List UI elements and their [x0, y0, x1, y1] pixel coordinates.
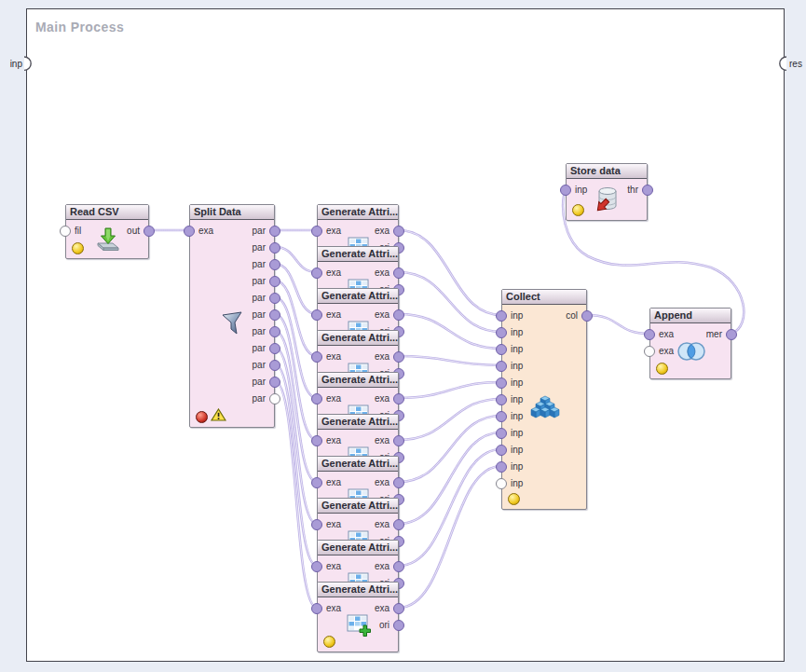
- port-generate_attributes_1-out-0-exa[interactable]: [393, 226, 404, 237]
- port-split_data-out-5-par[interactable]: [269, 309, 280, 321]
- port-generate_attributes_7-out-0-exa[interactable]: [393, 477, 404, 488]
- port-generate_attributes_2-out-0-exa[interactable]: [393, 267, 404, 279]
- port-generate_attributes_9-in-0-exa[interactable]: [311, 561, 322, 572]
- operator-layer: Read CSVfiloutSplit Dataexaparparparparp…: [0, 0, 806, 672]
- port-label: fil: [75, 226, 81, 237]
- port-collect-in-0-inp[interactable]: [496, 310, 507, 322]
- port-store_data-out-0-thr[interactable]: [642, 185, 653, 196]
- operator-title: Generate Attri...: [318, 331, 398, 346]
- port-generate_attributes_5-out-0-exa[interactable]: [393, 393, 404, 405]
- port-read_csv-in-0-fil[interactable]: [60, 226, 71, 237]
- port-generate_attributes_3-in-0-exa[interactable]: [311, 309, 322, 321]
- port-collect-in-3-inp[interactable]: [496, 361, 507, 372]
- port-label: inp: [511, 327, 523, 338]
- port-generate_attributes_10-out-1-ori[interactable]: [393, 620, 404, 631]
- port-split_data-out-3-par[interactable]: [269, 276, 280, 287]
- port-label: exa: [326, 351, 341, 363]
- port-label: exa: [326, 603, 341, 614]
- status-led-ok: [656, 363, 668, 375]
- port-collect-in-10-inp[interactable]: [496, 478, 507, 489]
- port-label: mer: [706, 329, 722, 340]
- port-generate_attributes_1-in-0-exa[interactable]: [311, 226, 322, 237]
- port-split_data-in-0-exa[interactable]: [184, 226, 195, 237]
- port-generate_attributes_6-in-0-exa[interactable]: [311, 435, 322, 446]
- operator-title: Append: [650, 309, 731, 323]
- port-label: inp: [511, 361, 523, 372]
- port-generate_attributes_3-out-0-exa[interactable]: [393, 309, 404, 321]
- status-led-ok: [508, 493, 520, 505]
- operator-title: Generate Attri...: [318, 499, 398, 514]
- port-label: inp: [511, 310, 523, 322]
- port-split_data-out-7-par[interactable]: [269, 343, 280, 354]
- port-split_data-out-1-par[interactable]: [269, 242, 280, 254]
- port-append-in-0-exa[interactable]: [644, 329, 655, 340]
- port-collect-in-7-inp[interactable]: [496, 428, 507, 439]
- port-split_data-out-4-par[interactable]: [269, 293, 280, 304]
- port-split_data-out-2-par[interactable]: [269, 259, 280, 270]
- port-label: inp: [511, 377, 523, 389]
- port-label: exa: [326, 267, 341, 279]
- port-generate_attributes_8-in-0-exa[interactable]: [311, 519, 322, 530]
- operator-append[interactable]: Appendexaexamer: [649, 308, 731, 379]
- port-generate_attributes_9-out-0-exa[interactable]: [393, 561, 404, 572]
- process-editor-window: Main Process Read CSVfiloutSplit Dataexa…: [0, 0, 806, 672]
- port-label: exa: [375, 393, 389, 405]
- port-label: inp: [511, 428, 523, 439]
- port-read_csv-out-0-out[interactable]: [143, 226, 155, 237]
- port-label: ori: [379, 620, 389, 631]
- port-collect-in-9-inp[interactable]: [496, 461, 507, 473]
- port-split_data-out-6-par[interactable]: [269, 326, 280, 337]
- port-label: par: [253, 377, 266, 388]
- port-generate_attributes_2-in-0-exa[interactable]: [311, 267, 322, 279]
- port-generate_attributes_4-out-0-exa[interactable]: [393, 351, 404, 363]
- port-generate_attributes_8-out-0-exa[interactable]: [393, 519, 404, 530]
- port-generate_attributes_10-out-0-exa[interactable]: [393, 603, 404, 614]
- operator-title: Generate Attri...: [318, 289, 398, 304]
- port-label: exa: [659, 346, 674, 357]
- port-label: inp: [511, 411, 523, 422]
- port-collect-in-2-inp[interactable]: [496, 344, 507, 355]
- port-split_data-out-0-par[interactable]: [269, 226, 280, 237]
- port-split_data-out-10-par[interactable]: [269, 393, 280, 405]
- port-collect-in-8-inp[interactable]: [496, 445, 507, 456]
- port-label: out: [127, 226, 140, 237]
- operator-split_data[interactable]: Split Dataexaparparparparparparparparpar…: [189, 204, 275, 428]
- canvas-result-port-label: res: [789, 59, 802, 69]
- port-label: thr: [627, 185, 638, 196]
- port-label: par: [253, 293, 266, 304]
- operator-title: Store data: [567, 164, 647, 179]
- port-generate_attributes_7-in-0-exa[interactable]: [311, 477, 322, 488]
- port-label: inp: [511, 394, 523, 405]
- port-generate_attributes_10-in-0-exa[interactable]: [311, 603, 322, 614]
- port-generate_attributes_5-in-0-exa[interactable]: [311, 393, 322, 405]
- operator-collect[interactable]: Collectinpinpinpinpinpinpinpinpinpinpinp…: [501, 289, 587, 510]
- port-collect-in-6-inp[interactable]: [496, 411, 507, 422]
- port-label: exa: [375, 561, 389, 572]
- port-label: exa: [375, 603, 389, 614]
- port-label: par: [253, 360, 266, 371]
- operator-title: Generate Attri...: [318, 583, 398, 597]
- port-split_data-out-9-par[interactable]: [269, 377, 280, 388]
- port-collect-in-5-inp[interactable]: [496, 394, 507, 405]
- port-split_data-out-8-par[interactable]: [269, 360, 280, 371]
- port-collect-out-0-col[interactable]: [581, 310, 593, 322]
- operator-title: Generate Attri...: [318, 373, 398, 388]
- port-generate_attributes_6-out-0-exa[interactable]: [393, 435, 404, 446]
- operator-store_data[interactable]: Store datainpthr: [566, 163, 648, 221]
- port-label: exa: [326, 435, 341, 446]
- port-append-out-0-mer[interactable]: [726, 329, 737, 340]
- operator-read_csv[interactable]: Read CSVfilout: [65, 204, 149, 259]
- port-label: exa: [659, 329, 674, 340]
- operator-title: Generate Attri...: [318, 247, 398, 262]
- port-append-in-1-exa[interactable]: [644, 346, 655, 357]
- port-label: exa: [375, 477, 389, 488]
- port-label: exa: [198, 226, 213, 237]
- operator-generate_attributes_10[interactable]: Generate Attri...exaexaori: [317, 582, 399, 652]
- port-collect-in-4-inp[interactable]: [496, 377, 507, 389]
- port-collect-in-1-inp[interactable]: [496, 327, 507, 338]
- status-led-ok: [72, 242, 84, 254]
- port-store_data-in-0-inp[interactable]: [560, 185, 571, 196]
- port-generate_attributes_4-in-0-exa[interactable]: [311, 351, 322, 363]
- table-plus-icon: [347, 614, 371, 640]
- port-label: inp: [511, 478, 523, 489]
